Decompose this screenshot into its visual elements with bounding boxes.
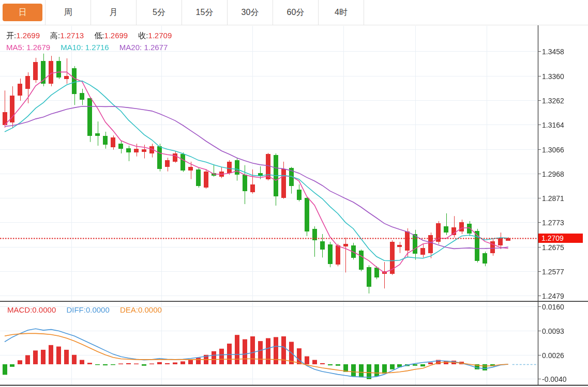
price-tick-label: 1.3458 [542,48,564,56]
price-tick-label: 1.3066 [542,146,564,154]
trading-chart-app: 日 周 月 5分 15分 30分 60分 4时 开:1.2699高:1.2713… [0,0,588,387]
price-tick-label: 1.3164 [542,121,564,129]
tab-4hour[interactable]: 4时 [319,0,364,25]
tab-15min-label: 15分 [185,4,224,21]
tab-weekly-label: 周 [48,4,88,21]
price-tick-label: 1.2773 [542,219,564,227]
tab-monthly[interactable]: 月 [91,0,137,25]
timeframe-tabbar: 日 周 月 5分 15分 30分 60分 4时 [0,0,588,25]
price-tick-label: 1.3360 [542,72,564,81]
tab-daily[interactable]: 日 [0,0,46,25]
macd-tick-label: -0.0040 [542,375,566,383]
tab-4hour-label: 4时 [321,4,361,21]
price-tick-label: 1.3262 [542,97,564,105]
tab-5min[interactable]: 5分 [137,0,182,25]
macd-tick-label: 0.0160 [542,303,564,311]
tab-5min-label: 5分 [139,4,179,21]
tab-60min[interactable]: 60分 [273,0,319,25]
tab-30min[interactable]: 30分 [228,0,273,25]
tab-monthly-label: 月 [94,4,133,21]
tab-weekly[interactable]: 周 [46,0,91,25]
tab-daily-label: 日 [3,4,42,21]
price-tick-label: 1.2871 [542,194,564,203]
macd-tick-label: 0.0026 [542,351,564,360]
price-tick-label: 1.2675 [542,243,564,252]
tab-30min-label: 30分 [230,4,270,21]
macd-tick-label: 0.0093 [542,327,564,335]
candlestick-chart-canvas[interactable] [0,0,588,387]
price-tick-label: 1.2577 [542,268,564,276]
current-price-badge: 1.2709 [538,234,583,243]
tab-15min[interactable]: 15分 [182,0,228,25]
price-tick-label: 1.2968 [542,170,564,178]
tab-60min-label: 60分 [276,4,315,21]
price-tick-label: 1.2479 [542,292,564,300]
